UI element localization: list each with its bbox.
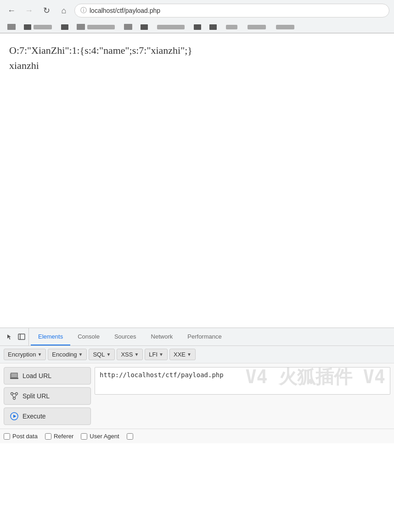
svg-rect-4 xyxy=(11,374,17,377)
bookmark-label-6 xyxy=(157,25,185,29)
devtools-icons-group xyxy=(3,328,29,345)
svg-rect-0 xyxy=(18,334,25,340)
refresh-icon: ↻ xyxy=(43,6,50,16)
svg-marker-13 xyxy=(13,415,17,418)
devtools-panel: Elements Console Sources Network Perform… xyxy=(0,328,394,443)
svg-rect-5 xyxy=(10,378,18,379)
bookmark-folder[interactable] xyxy=(5,23,18,31)
watermark: V4 火狐插件 V4 xyxy=(246,364,386,390)
bookmark-1[interactable] xyxy=(21,23,56,31)
hackbar-bottom: Post data Referer User Agent xyxy=(0,429,394,443)
bookmark-icon-1 xyxy=(24,24,31,30)
bookmark-icon-2 xyxy=(61,24,68,30)
tab-elements[interactable]: Elements xyxy=(31,328,70,345)
folder-icon-4 xyxy=(124,24,132,30)
svg-line-10 xyxy=(12,395,14,397)
split-url-button[interactable]: Split URL xyxy=(4,387,91,405)
bookmark-icon-8 xyxy=(209,24,217,30)
checkbox-post-data[interactable]: Post data xyxy=(4,433,38,440)
load-url-label: Load URL xyxy=(23,372,51,379)
svg-point-7 xyxy=(16,393,18,395)
hackbar-url-area: http://localhost/ctf/payload.php V4 火狐插件… xyxy=(95,367,390,425)
bookmark-4[interactable] xyxy=(121,23,135,31)
load-url-button[interactable]: Load URL xyxy=(4,367,91,385)
browser-chrome: ← → ↻ ⌂ ⓘ localhost/ctf/payload.php xyxy=(0,0,394,34)
menu-xss[interactable]: XSS ▼ xyxy=(117,349,143,360)
page-content: O:7:"XianZhi":1:{s:4:"name";s:7:"xianzhi… xyxy=(0,34,394,328)
post-data-label: Post data xyxy=(12,433,38,440)
split-url-icon xyxy=(10,391,19,401)
user-agent-checkbox[interactable] xyxy=(81,433,87,440)
referer-checkbox[interactable] xyxy=(45,433,51,440)
bookmark-10[interactable] xyxy=(244,24,270,30)
forward-icon: → xyxy=(25,6,33,16)
svg-point-8 xyxy=(13,397,16,400)
back-button[interactable]: ← xyxy=(5,4,18,17)
hackbar: Encryption ▼ Encoding ▼ SQL ▼ XSS ▼ LFI … xyxy=(0,346,394,443)
menu-encryption-label: Encryption xyxy=(8,351,36,358)
page-line1: O:7:"XianZhi":1:{s:4:"name";s:7:"xianzhi… xyxy=(9,43,385,58)
bookmark-label-3 xyxy=(87,25,115,29)
menu-sql-arrow: ▼ xyxy=(106,352,111,357)
tab-performance[interactable]: Performance xyxy=(180,328,229,345)
split-url-label: Split URL xyxy=(23,392,50,400)
post-data-checkbox[interactable] xyxy=(4,433,10,440)
menu-encryption[interactable]: Encryption ▼ xyxy=(4,349,46,360)
tab-network[interactable]: Network xyxy=(144,328,180,345)
execute-button[interactable]: Execute xyxy=(4,407,91,425)
nav-bar: ← → ↻ ⌂ ⓘ localhost/ctf/payload.php xyxy=(0,0,394,21)
bookmark-7[interactable] xyxy=(191,23,204,31)
bookmark-6[interactable] xyxy=(153,24,188,30)
url-display: localhost/ctf/payload.php xyxy=(90,7,383,14)
bookmark-11[interactable] xyxy=(272,24,298,30)
tab-console[interactable]: Console xyxy=(70,328,107,345)
folder-icon-3 xyxy=(77,24,85,30)
menu-encryption-arrow: ▼ xyxy=(37,352,42,357)
menu-lfi-arrow: ▼ xyxy=(159,352,163,357)
home-icon: ⌂ xyxy=(62,6,67,16)
page-line2: xianzhi xyxy=(9,58,385,73)
bookmark-5[interactable] xyxy=(138,23,151,31)
panel-toggle-icon[interactable] xyxy=(17,332,27,342)
devtools-tabbar: Elements Console Sources Network Perform… xyxy=(0,328,394,346)
bookmark-icon-5 xyxy=(141,24,148,30)
menu-xxe-arrow: ▼ xyxy=(187,352,191,357)
url-input[interactable]: http://localhost/ctf/payload.php V4 火狐插件… xyxy=(95,367,390,395)
bookmark-label-10 xyxy=(248,25,266,29)
svg-line-11 xyxy=(15,395,17,397)
menu-xss-label: XSS xyxy=(121,351,133,358)
load-url-icon xyxy=(10,371,19,380)
menu-encoding-arrow: ▼ xyxy=(79,352,83,357)
menu-lfi[interactable]: LFI ▼ xyxy=(145,349,168,360)
address-bar[interactable]: ⓘ localhost/ctf/payload.php xyxy=(74,4,389,17)
menu-encoding[interactable]: Encoding ▼ xyxy=(48,349,87,360)
url-value: http://localhost/ctf/payload.php xyxy=(100,371,224,379)
checkbox-user-agent[interactable]: User Agent xyxy=(81,433,119,440)
refresh-button[interactable]: ↻ xyxy=(39,4,53,17)
bookmark-9[interactable] xyxy=(222,24,241,30)
menu-xxe[interactable]: XXE ▼ xyxy=(169,349,196,360)
user-agent-label: User Agent xyxy=(90,433,119,440)
extra-checkbox[interactable] xyxy=(127,433,133,440)
hackbar-menu: Encryption ▼ Encoding ▼ SQL ▼ XSS ▼ LFI … xyxy=(0,346,394,363)
info-icon: ⓘ xyxy=(80,6,87,15)
folder-icon xyxy=(7,24,16,30)
bookmark-icon-7 xyxy=(194,24,201,30)
bookmark-3[interactable] xyxy=(74,23,118,31)
menu-encoding-label: Encoding xyxy=(52,351,77,358)
bookmark-label-11 xyxy=(276,25,294,29)
home-button[interactable]: ⌂ xyxy=(57,4,71,17)
menu-xxe-label: XXE xyxy=(174,351,186,358)
execute-icon xyxy=(10,412,19,421)
bookmark-2[interactable] xyxy=(58,23,71,31)
forward-button[interactable]: → xyxy=(22,4,36,17)
cursor-tool-icon[interactable] xyxy=(5,332,15,342)
menu-sql[interactable]: SQL ▼ xyxy=(89,349,115,360)
bookmark-label-9 xyxy=(226,25,237,29)
bookmark-8[interactable] xyxy=(207,23,220,31)
svg-point-6 xyxy=(11,393,13,395)
checkbox-referer[interactable]: Referer xyxy=(45,433,73,440)
bookmark-label-1 xyxy=(34,25,52,29)
hackbar-main: Load URL Split URL Execute http xyxy=(0,363,394,429)
tab-sources[interactable]: Sources xyxy=(107,328,144,345)
